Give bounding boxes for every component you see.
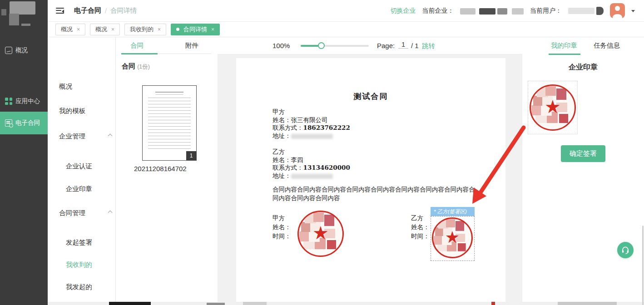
tab-active-underline — [121, 53, 158, 54]
collapse-menu-icon[interactable] — [56, 8, 64, 14]
close-icon[interactable]: × — [158, 26, 161, 33]
contract-page: 测试合同 甲方 姓名：张三有限公司 联系方式：18623762222 地址： 乙… — [236, 58, 505, 305]
breadcrumb-current-page: 合同详情 — [110, 6, 137, 15]
party-a-name: 姓名：张三有限公司 — [272, 116, 350, 124]
breadcrumb-separator: / — [105, 7, 107, 15]
vertical-scrollbar[interactable] — [642, 226, 644, 305]
sidebar-item-received-active[interactable]: 我收到的 — [66, 261, 92, 269]
tab-overview-2[interactable]: 概况 × — [90, 24, 120, 35]
sidebar-group-company-management[interactable]: 企业管理 — [59, 132, 85, 141]
rail-item-e-contract[interactable]: 电子合同 — [0, 112, 48, 134]
document-panel-tabs: 合同 附件 — [116, 37, 218, 54]
seal-star-icon: ★ — [545, 96, 561, 117]
chevron-down-icon[interactable] — [631, 10, 635, 14]
thumbnail-heading-lines — [155, 92, 183, 93]
tab-contract-detail-active[interactable]: 合同详情 × — [171, 24, 220, 35]
page-label: Page: — [377, 42, 395, 49]
sidebar-item-company-certification[interactable]: 企业认证 — [66, 162, 92, 171]
contract-title: 测试合同 — [236, 91, 505, 102]
contract-viewer: 100% Page: / 1 跳转 测试合同 甲方 姓名：张三有限公司 联系方式… — [218, 37, 522, 305]
primary-nav-rail: 概况 应用中心 电子合同 — [0, 0, 48, 305]
app-grid-icon — [5, 98, 12, 105]
sidebar-item-overview[interactable]: 概况 — [59, 82, 72, 91]
customer-support-button[interactable] — [617, 242, 634, 258]
current-user-redacted — [568, 6, 604, 15]
party-b-sign-zone-label: * 乙方(签署区) — [431, 207, 475, 216]
contract-file-name: 20211208164702 — [134, 165, 187, 172]
headset-icon — [621, 246, 630, 255]
sidebar-item-company-seal[interactable]: 企业印章 — [66, 185, 92, 193]
close-icon[interactable]: × — [77, 26, 80, 33]
company-seal-title: 企业印章 — [522, 63, 644, 72]
contract-section-label: 合同 (1份) — [122, 62, 150, 71]
close-icon[interactable]: × — [111, 26, 114, 33]
contract-thumbnail[interactable]: 1 — [142, 85, 197, 161]
active-dot-icon — [176, 28, 179, 31]
header-right-group: 切换企业 当前企业： 当前用户： — [390, 3, 644, 18]
thumbnail-text-lines — [148, 98, 191, 151]
tab-active-underline — [549, 54, 580, 55]
party-a-seal-stamp: ★ — [297, 211, 344, 257]
zoom-percent: 100% — [272, 42, 290, 49]
open-tabs-strip: 概况 × 概况 × 我收到的 × 合同详情 × — [48, 22, 644, 37]
chevron-up-icon — [108, 211, 113, 215]
redacted-address — [291, 174, 333, 179]
company-seal-option[interactable]: ★ — [528, 81, 578, 134]
tab-attachment[interactable]: 附件 — [185, 41, 198, 50]
page-number-input[interactable] — [398, 41, 408, 49]
party-a-contact: 联系方式：18623762222 — [272, 124, 350, 132]
viewer-toolbar: 100% Page: / 1 跳转 — [218, 37, 522, 54]
contract-count: (1份) — [137, 64, 150, 70]
contract-body-text: 合同内容合同内容合同内容合同内容合同内容合同内容合同内容合同内容合同内容合同内容… — [272, 185, 478, 202]
user-avatar[interactable] — [610, 3, 625, 18]
app-logo-redacted — [0, 0, 48, 28]
document-icon — [5, 119, 12, 127]
page-number-badge: 1 — [186, 151, 196, 160]
current-company-redacted — [460, 7, 524, 14]
party-b-name: 姓名：李四 — [272, 156, 350, 164]
party-a-address: 地址： — [272, 132, 350, 140]
electronic-contract-app: 电子合同 / 合同详情 切换企业 当前企业： 当前用户： 概况 × — [0, 0, 644, 305]
party-b-contact: 联系方式：13134620000 — [272, 164, 350, 172]
close-icon[interactable]: × — [211, 26, 214, 33]
sign-block-a-labels: 甲方 姓名： 时间： — [272, 213, 291, 241]
current-company-label: 当前企业： — [422, 7, 454, 15]
sidebar-item-my-templates[interactable]: 我的模板 — [59, 107, 85, 115]
party-a-block: 甲方 姓名：张三有限公司 联系方式：18623762222 地址： — [272, 108, 350, 140]
document-list-panel: 合同 附件 合同 (1份) 1 20211208164702 — [116, 37, 218, 305]
breadcrumb-app[interactable]: 电子合同 — [74, 6, 101, 15]
confirm-sign-button[interactable]: 确定签署 — [561, 145, 605, 162]
sidebar-item-initiate-signing[interactable]: 发起签署 — [66, 238, 92, 247]
page-total: / 1 — [411, 42, 419, 49]
zoom-slider-handle[interactable] — [318, 42, 325, 49]
top-header: 电子合同 / 合同详情 切换企业 当前企业： 当前用户： — [48, 0, 644, 22]
jump-to-page-link[interactable]: 跳转 — [422, 42, 435, 50]
sidebar-item-initiated-by-me[interactable]: 我发起的 — [66, 283, 92, 291]
rail-item-overview[interactable]: 概况 — [0, 43, 48, 58]
tab-received[interactable]: 我收到的 × — [124, 24, 166, 35]
party-b-heading: 乙方 — [272, 148, 350, 156]
bottom-edge-strip — [48, 302, 644, 305]
seal-star-icon: ★ — [312, 222, 329, 243]
tab-my-seals[interactable]: 我的印章 — [551, 41, 577, 50]
rail-item-app-center[interactable]: 应用中心 — [0, 93, 48, 109]
chevron-up-icon — [108, 134, 113, 138]
signing-panel: 我的印章 任务信息 企业印章 ★ 确定签署 — [522, 37, 644, 305]
switch-company-link[interactable]: 切换企业 — [390, 7, 416, 15]
line-chart-icon — [5, 47, 12, 54]
party-a-heading: 甲方 — [272, 108, 350, 116]
tab-task-info[interactable]: 任务信息 — [594, 41, 620, 50]
party-b-seal-stamp: ★ — [432, 217, 473, 258]
party-b-sign-zone-box[interactable]: ★ — [431, 216, 475, 261]
redacted-address — [291, 134, 333, 139]
zoom-slider[interactable] — [301, 45, 369, 47]
party-b-block: 乙方 姓名：李四 联系方式：13134620000 地址： — [272, 148, 350, 180]
seal-star-icon: ★ — [445, 228, 460, 246]
tab-overview-1[interactable]: 概况 × — [55, 24, 85, 35]
party-b-address: 地址： — [272, 172, 350, 180]
secondary-sidebar: 概况 我的模板 企业管理 企业认证 企业印章 合同管理 发起签署 我收到的 我发… — [48, 37, 116, 305]
tab-contract[interactable]: 合同 — [130, 41, 144, 50]
sign-block-b-labels: 乙方 姓名： 时间： — [411, 213, 430, 241]
sidebar-group-contract-management[interactable]: 合同管理 — [59, 209, 85, 217]
current-user-label: 当前用户： — [530, 7, 562, 15]
